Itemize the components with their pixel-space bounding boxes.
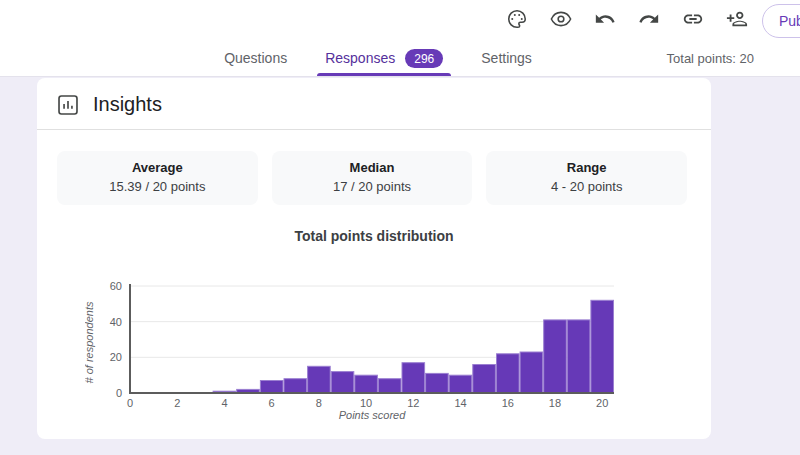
y-tick-20: 20	[110, 351, 122, 363]
y-tick-60: 60	[110, 280, 122, 292]
histogram-bar-13	[426, 373, 449, 393]
x-axis-label: Points scored	[339, 409, 407, 421]
insights-chart-icon	[57, 94, 79, 116]
toolbar-icon-group	[505, 7, 749, 31]
stat-average: Average 15.39 / 20 points	[57, 151, 258, 205]
x-tick-12: 12	[407, 397, 419, 409]
histogram-bar-9	[331, 372, 354, 393]
histogram-bar-7	[284, 379, 307, 393]
histogram-bar-12	[402, 363, 425, 393]
insights-card: Insights Average 15.39 / 20 points Media…	[37, 78, 711, 439]
palette-icon[interactable]	[505, 7, 529, 31]
histogram-bar-14	[449, 375, 472, 393]
chart-container: 020406002468101214161820# of respondents…	[85, 262, 711, 422]
x-tick-0: 0	[127, 397, 133, 409]
main-background: Insights Average 15.39 / 20 points Media…	[0, 77, 800, 455]
x-tick-14: 14	[454, 397, 466, 409]
histogram-bar-19	[567, 320, 590, 393]
histogram-bar-6	[260, 381, 283, 394]
histogram-bar-15	[473, 365, 496, 394]
x-tick-18: 18	[549, 397, 561, 409]
y-tick-0: 0	[116, 387, 122, 399]
add-collaborator-icon[interactable]	[725, 7, 749, 31]
x-tick-10: 10	[360, 397, 372, 409]
histogram-bar-11	[378, 379, 401, 393]
tab-responses[interactable]: Responses 296	[325, 40, 443, 76]
insights-header: Insights	[37, 78, 711, 129]
y-axis-label: # of respondents	[85, 301, 95, 383]
y-tick-40: 40	[110, 316, 122, 328]
stat-range-value: 4 - 20 points	[486, 179, 687, 194]
x-tick-16: 16	[502, 397, 514, 409]
stats-row: Average 15.39 / 20 points Median 17 / 20…	[37, 130, 711, 205]
tab-settings-label: Settings	[481, 50, 532, 66]
tab-bar: Questions Responses 296 Settings Total p…	[0, 40, 800, 77]
tab-settings[interactable]: Settings	[481, 40, 532, 76]
redo-icon[interactable]	[637, 7, 661, 31]
histogram-bar-18	[544, 320, 567, 393]
x-tick-4: 4	[221, 397, 227, 409]
x-tick-6: 6	[269, 397, 275, 409]
x-tick-2: 2	[174, 397, 180, 409]
insights-title: Insights	[93, 93, 162, 116]
stat-average-label: Average	[57, 160, 258, 175]
publish-button[interactable]: Publish	[762, 4, 800, 38]
tabs: Questions Responses 296 Settings	[0, 40, 778, 76]
x-tick-20: 20	[596, 397, 608, 409]
x-tick-8: 8	[316, 397, 322, 409]
total-points-label: Total points: 20	[667, 40, 754, 76]
tab-responses-label: Responses	[325, 50, 395, 66]
stat-median-label: Median	[272, 160, 473, 175]
responses-count-badge: 296	[405, 49, 443, 68]
tab-questions-label: Questions	[224, 50, 287, 66]
stat-average-value: 15.39 / 20 points	[57, 179, 258, 194]
stat-median-value: 17 / 20 points	[272, 179, 473, 194]
undo-icon[interactable]	[593, 7, 617, 31]
points-histogram: 020406002468101214161820# of respondents…	[85, 262, 645, 422]
preview-eye-icon[interactable]	[549, 7, 573, 31]
stat-median: Median 17 / 20 points	[272, 151, 473, 205]
active-tab-underline	[317, 73, 451, 76]
histogram-bar-17	[520, 352, 543, 393]
histogram-bar-10	[355, 375, 378, 393]
histogram-bar-8	[308, 366, 331, 393]
stat-range: Range 4 - 20 points	[486, 151, 687, 205]
top-toolbar: Publish	[0, 0, 800, 40]
link-icon[interactable]	[681, 7, 705, 31]
tab-questions[interactable]: Questions	[224, 40, 287, 76]
chart-title: Total points distribution	[37, 228, 711, 244]
stat-range-label: Range	[486, 160, 687, 175]
histogram-bar-20	[591, 300, 614, 393]
histogram-bar-16	[497, 354, 520, 393]
